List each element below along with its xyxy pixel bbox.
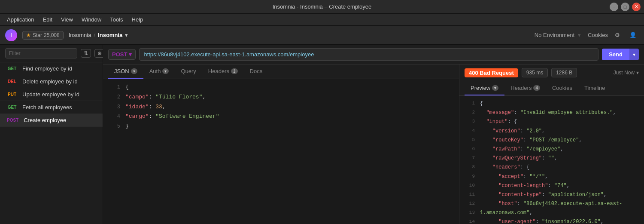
send-button[interactable]: Send (602, 49, 629, 60)
tab-cookies[interactable]: Cookies (546, 81, 578, 95)
sidebar: ⇅ ⊕ GET Find employee by id DEL Delete e… (0, 45, 103, 224)
sidebar-item-label-0: Find employee by id (22, 65, 72, 72)
resp-line-14: 14 "user-agent": "insomnia/2022.6.0", (459, 218, 644, 224)
method-selector[interactable]: POST ▾ (108, 49, 136, 60)
no-env-selector[interactable]: No Environment (535, 32, 574, 38)
sidebar-item-label-1: Delete employee by id (22, 78, 78, 85)
menu-application[interactable]: Application (3, 15, 38, 24)
request-tabs: JSON ▾ Auth ▾ Query Headers 1 (103, 64, 459, 79)
chevron-down-icon: ▾ (636, 70, 639, 76)
headers-count-badge: 1 (231, 68, 238, 74)
tab-preview[interactable]: Preview ▾ (465, 81, 504, 95)
auth-dropdown-icon: ▾ (162, 68, 169, 74)
breadcrumb-dropdown-button[interactable]: ▾ (125, 32, 128, 38)
response-size: 1286 B (551, 68, 577, 77)
menu-edit[interactable]: Edit (39, 15, 56, 24)
title-bar: Insomnia - Insomnia – Create employee − … (0, 0, 644, 14)
menu-view[interactable]: View (58, 15, 76, 24)
sidebar-item-find-employee[interactable]: GET Find employee by id (0, 62, 103, 75)
resp-line-5: 5 "routeKey": "POST /employee", (459, 136, 644, 145)
method-label: POST (112, 51, 127, 58)
resp-line-9: 9 "accept": "*/*", (459, 172, 644, 181)
breadcrumb-current[interactable]: Insomnia (98, 32, 122, 38)
resp-line-2: 2 "message": "Invalid employee attribute… (459, 108, 644, 117)
response-body: 1 { 2 "message": "Invalid employee attri… (459, 96, 644, 224)
resp-line-10: 10 "content-length": "74", (459, 181, 644, 190)
cookies-button[interactable]: Cookies (588, 32, 608, 38)
tab-docs[interactable]: Docs (244, 64, 269, 79)
req-line-1: 1 { (103, 83, 459, 92)
response-tabs: Preview ▾ Headers 4 Cookies Timeline (459, 81, 644, 96)
content-area: POST ▾ Send ▾ JSON ▾ Auth ▾ (103, 45, 644, 224)
tab-json[interactable]: JSON ▾ (108, 64, 143, 79)
request-panel: JSON ▾ Auth ▾ Query Headers 1 (103, 64, 459, 224)
method-badge-del: DEL (5, 79, 19, 84)
preview-dropdown-icon: ▾ (492, 85, 498, 91)
maximize-button[interactable]: □ (621, 3, 629, 11)
menu-help[interactable]: Help (128, 15, 147, 24)
breadcrumb-separator: / (94, 32, 95, 38)
breadcrumb-parent[interactable]: Insomnia (69, 32, 91, 38)
tab-headers-req[interactable]: Headers 1 (202, 64, 244, 79)
main-layout: ⇅ ⊕ GET Find employee by id DEL Delete e… (0, 45, 644, 224)
method-badge-get-2: GET (5, 104, 19, 110)
close-button[interactable]: ✕ (632, 3, 641, 11)
settings-button[interactable]: ⚙ (611, 29, 623, 41)
response-panel: 400 Bad Request 935 ms 1286 B Just Now ▾… (459, 64, 644, 224)
send-dropdown-button[interactable]: ▾ (629, 49, 639, 60)
tab-query[interactable]: Query (175, 64, 202, 79)
resp-line-12: 12 "host": "86u8vj4102.execute-api.sa-ea… (459, 199, 644, 209)
toolbar-right: No Environment ▾ Cookies ⚙ 👤 (535, 29, 639, 41)
breadcrumb: Insomnia / Insomnia ▾ (69, 32, 128, 38)
resp-line-1: 1 { (459, 99, 644, 108)
req-line-3: 3 "idade": 33, (103, 102, 459, 112)
method-chevron-icon: ▾ (129, 51, 132, 58)
sidebar-items: GET Find employee by id DEL Delete emplo… (0, 62, 103, 224)
resp-headers-count: 4 (533, 85, 540, 91)
sidebar-item-fetch-employees[interactable]: GET Fetch all employees (0, 101, 103, 114)
send-button-group: Send ▾ (602, 49, 639, 60)
req-line-5: 5 } (103, 122, 459, 132)
method-badge-put: PUT (5, 92, 19, 97)
resp-line-11: 11 "content-type": "application/json", (459, 190, 644, 199)
resp-line-13: 13 1.amazonaws.com", (459, 209, 644, 218)
filter-input[interactable] (5, 48, 77, 58)
window-title: Insomnia - Insomnia – Create employee (273, 3, 372, 10)
account-button[interactable]: 👤 (627, 29, 639, 41)
resp-line-7: 7 "rawQueryString": "", (459, 154, 644, 163)
sidebar-item-create-employee[interactable]: POST Create employee (0, 114, 103, 127)
request-body-editor[interactable]: 1 { 2 "campo": "Túlio Flores", 3 "idade"… (103, 79, 459, 224)
sidebar-item-label-3: Fetch all employees (22, 104, 72, 110)
star-count: 25,008 (44, 32, 60, 38)
response-timestamp: Just Now ▾ (614, 70, 639, 76)
env-chevron: ▾ (578, 32, 581, 38)
resp-line-8: 8 "headers": { (459, 163, 644, 172)
url-input[interactable] (139, 48, 598, 61)
star-badge[interactable]: ★ Star 25,008 (22, 31, 64, 40)
status-badge: 400 Bad Request (465, 68, 518, 77)
tab-timeline[interactable]: Timeline (578, 81, 611, 95)
panels: JSON ▾ Auth ▾ Query Headers 1 (103, 64, 644, 224)
minimize-button[interactable]: − (610, 3, 618, 11)
menu-tools[interactable]: Tools (106, 15, 126, 24)
method-badge-get-1: GET (5, 66, 19, 71)
req-line-2: 2 "campo": "Túlio Flores", (103, 92, 459, 102)
sort-button[interactable]: ⇅ (81, 49, 91, 58)
main-toolbar: I ★ Star 25,008 Insomnia / Insomnia ▾ No… (0, 26, 644, 45)
response-time: 935 ms (522, 68, 548, 77)
sidebar-item-delete-employee[interactable]: DEL Delete employee by id (0, 75, 103, 88)
req-line-4: 4 "cargo": "Software Engineer" (103, 112, 459, 122)
star-icon: ★ (26, 32, 31, 38)
method-badge-post: POST (5, 117, 20, 123)
menu-window[interactable]: Window (78, 15, 105, 24)
tab-auth[interactable]: Auth ▾ (143, 64, 175, 79)
resp-line-3: 3 "input": { (459, 117, 644, 126)
url-bar: POST ▾ Send ▾ (103, 45, 644, 64)
sidebar-item-label-2: Update employee by id (22, 91, 79, 98)
tab-headers-resp[interactable]: Headers 4 (504, 81, 546, 95)
resp-line-6: 6 "rawPath": "/employee", (459, 145, 644, 154)
response-status-bar: 400 Bad Request 935 ms 1286 B Just Now ▾ (459, 64, 644, 81)
sidebar-header: ⇅ ⊕ (0, 45, 103, 62)
sidebar-item-update-employee[interactable]: PUT Update employee by id (0, 88, 103, 101)
star-label: Star (33, 32, 42, 38)
